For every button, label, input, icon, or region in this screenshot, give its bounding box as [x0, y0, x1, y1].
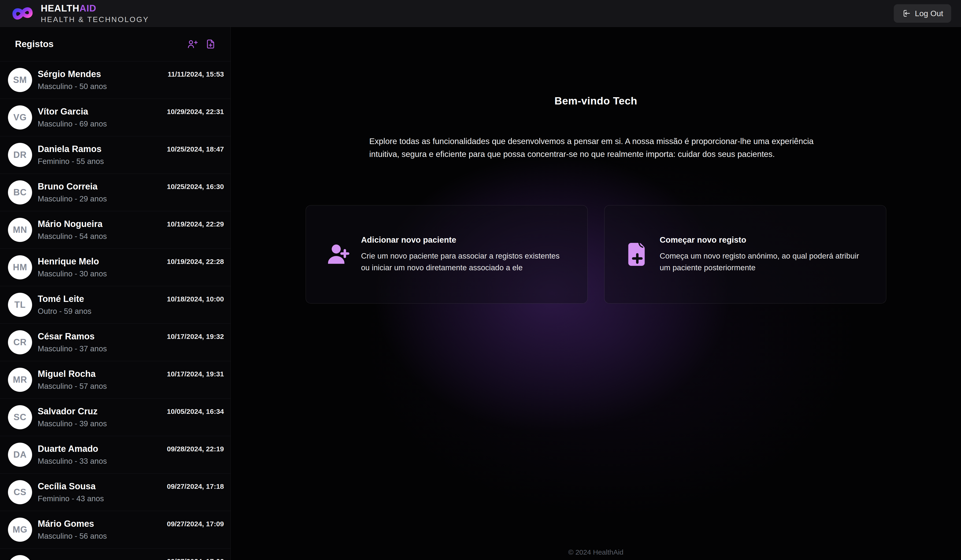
patient-list-item[interactable]: BC Bruno Correia Masculino - 29 anos 10/… — [0, 174, 230, 211]
infinity-logo-icon — [7, 2, 35, 25]
add-patient-button[interactable] — [187, 39, 198, 50]
patient-info: Miguel Rocha Masculino - 57 anos — [38, 369, 107, 391]
patient-timestamp: 10/19/2024, 22:29 — [167, 220, 224, 228]
patient-timestamp: 10/05/2024, 16:34 — [167, 408, 224, 416]
patient-name: Duarte Amado — [38, 444, 107, 454]
patient-list-item[interactable]: SC Salvador Cruz Masculino - 39 anos 10/… — [0, 399, 230, 436]
patient-timestamp: 09/27/2024, 17:06 — [167, 557, 224, 560]
patient-timestamp: 10/19/2024, 22:28 — [167, 258, 224, 266]
top-bar: HEALTHAID HEALTH & TECHNOLOGY Log Out — [0, 0, 961, 27]
patient-name: Mário Nogueira — [38, 219, 107, 229]
patient-avatar: SC — [8, 405, 32, 429]
patient-info: Cecília Sousa Feminino - 43 anos — [38, 481, 104, 503]
sidebar-header: Registos — [0, 27, 230, 61]
footer-copyright: © 2024 HealthAid — [231, 548, 961, 556]
patient-avatar: DA — [8, 443, 32, 467]
patient-list-item[interactable]: DA Duarte Amado Masculino - 33 anos 09/2… — [0, 436, 230, 473]
welcome-title: Bem-vindo Tech — [231, 95, 961, 107]
patient-name: Tomé Leite — [38, 294, 92, 304]
file-plus-icon — [624, 241, 651, 268]
patient-meta: Masculino - 37 anos — [38, 344, 107, 353]
add-patient-card[interactable]: Adicionar novo paciente Crie um novo pac… — [306, 205, 588, 303]
patient-list: SM Sérgio Mendes Masculino - 50 anos 11/… — [0, 61, 230, 560]
patient-avatar: HM — [8, 255, 32, 279]
patient-avatar: TL — [8, 293, 32, 317]
avatar-initials: DR — [13, 150, 27, 160]
patient-name: Bruno Correia — [38, 181, 107, 192]
patient-list-item[interactable]: LN Lourenço Neves 09/27/2024, 17:06 — [0, 549, 230, 560]
patient-avatar: CR — [8, 330, 32, 355]
patient-avatar: MR — [8, 368, 32, 392]
patient-list-item[interactable]: MN Mário Nogueira Masculino - 54 anos 10… — [0, 211, 230, 249]
patient-avatar: DR — [8, 143, 32, 167]
patient-timestamp: 10/25/2024, 16:30 — [167, 183, 224, 191]
brand-title: HEALTHAID — [41, 3, 149, 13]
brand-title-accent: AID — [79, 3, 96, 13]
patient-timestamp: 10/17/2024, 19:32 — [167, 332, 224, 340]
patient-info: Bruno Correia Masculino - 29 anos — [38, 181, 107, 203]
patient-list-item[interactable]: MR Miguel Rocha Masculino - 57 anos 10/1… — [0, 361, 230, 399]
sidebar-actions — [187, 39, 216, 50]
patient-timestamp: 10/17/2024, 19:31 — [167, 370, 224, 378]
patient-meta: Masculino - 56 anos — [38, 532, 107, 541]
patient-info: Duarte Amado Masculino - 33 anos — [38, 444, 107, 465]
patient-list-item[interactable]: HM Henrique Melo Masculino - 30 anos 10/… — [0, 249, 230, 286]
avatar-initials: TL — [14, 300, 26, 310]
avatar-initials: CS — [14, 487, 26, 497]
patient-list-item[interactable]: CR César Ramos Masculino - 37 anos 10/17… — [0, 324, 230, 361]
user-plus-icon — [187, 39, 198, 50]
patient-meta: Masculino - 50 anos — [38, 82, 107, 91]
card-description: Crie um novo paciente para associar a re… — [361, 250, 567, 273]
patient-list-item[interactable]: VG Vítor Garcia Masculino - 69 anos 10/2… — [0, 99, 230, 136]
patient-timestamp: 09/27/2024, 17:18 — [167, 483, 224, 491]
patient-info: Sérgio Mendes Masculino - 50 anos — [38, 69, 107, 91]
patient-avatar: MG — [8, 518, 32, 542]
main-content: Bem-vindo Tech Explore todas as funciona… — [231, 27, 961, 560]
file-plus-icon — [205, 39, 216, 50]
welcome-text: Explore todas as funcionalidades que des… — [370, 135, 823, 160]
patient-list-item[interactable]: TL Tomé Leite Outro - 59 anos 10/18/2024… — [0, 286, 230, 324]
patient-name: Henrique Melo — [38, 257, 107, 266]
brand: HEALTHAID HEALTH & TECHNOLOGY — [41, 3, 149, 24]
patient-info: César Ramos Masculino - 37 anos — [38, 331, 107, 353]
patient-timestamp: 11/11/2024, 15:53 — [168, 70, 224, 78]
patient-name: César Ramos — [38, 331, 107, 342]
new-record-card[interactable]: Começar novo registo Começa um novo regi… — [604, 205, 886, 303]
patient-meta: Masculino - 30 anos — [38, 270, 107, 278]
patient-name: Mário Gomes — [38, 519, 107, 529]
patient-meta: Feminino - 55 anos — [38, 157, 104, 166]
new-record-button[interactable] — [205, 39, 216, 50]
card-text: Começar novo registo Começa um novo regi… — [660, 235, 866, 273]
patient-list-item[interactable]: CS Cecília Sousa Feminino - 43 anos 09/2… — [0, 473, 230, 511]
avatar-initials: BC — [13, 188, 27, 197]
patient-list-item[interactable]: SM Sérgio Mendes Masculino - 50 anos 11/… — [0, 61, 230, 99]
app-root: HEALTHAID HEALTH & TECHNOLOGY Log Out Re… — [0, 0, 961, 560]
patient-avatar: SM — [8, 68, 32, 92]
patient-timestamp: 10/18/2024, 10:00 — [167, 295, 224, 303]
patient-list-item[interactable]: DR Daniela Ramos Feminino - 55 anos 10/2… — [0, 136, 230, 174]
card-title: Adicionar novo paciente — [361, 235, 567, 244]
patient-timestamp: 10/29/2024, 22:31 — [167, 108, 224, 116]
patient-name: Sérgio Mendes — [38, 69, 107, 79]
logout-button[interactable]: Log Out — [894, 4, 951, 23]
patient-info: Daniela Ramos Feminino - 55 anos — [38, 144, 104, 166]
patient-name: Cecília Sousa — [38, 481, 104, 491]
patient-list-item[interactable]: MG Mário Gomes Masculino - 56 anos 09/27… — [0, 511, 230, 549]
card-text: Adicionar novo paciente Crie um novo pac… — [361, 235, 567, 273]
patient-name: Salvador Cruz — [38, 406, 107, 416]
patient-avatar: MN — [8, 218, 32, 242]
records-sidebar: Registos — [0, 27, 231, 560]
patient-name: Daniela Ramos — [38, 144, 104, 154]
avatar-initials: MN — [13, 225, 27, 235]
patient-timestamp: 10/25/2024, 18:47 — [167, 145, 224, 153]
patient-timestamp: 09/27/2024, 17:09 — [167, 520, 224, 528]
patient-avatar: LN — [8, 555, 32, 560]
card-description: Começa um novo registo anónimo, ao qual … — [660, 250, 866, 273]
logout-icon — [902, 9, 911, 18]
avatar-initials: CR — [13, 337, 27, 347]
avatar-initials: VG — [13, 112, 27, 122]
avatar-initials: SM — [13, 75, 27, 85]
patient-meta: Masculino - 33 anos — [38, 457, 107, 465]
patient-info: Salvador Cruz Masculino - 39 anos — [38, 406, 107, 428]
patient-avatar: BC — [8, 180, 32, 204]
